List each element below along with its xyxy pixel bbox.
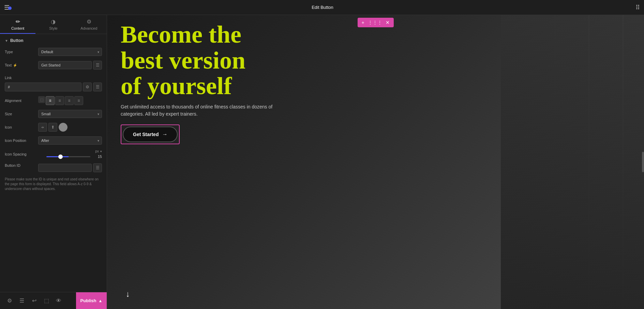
tab-content[interactable]: ✏ Content <box>0 15 35 34</box>
hero-cta-wrapper: Get Started → <box>121 124 180 144</box>
icon-spacing-wrap: px ▾ 15 <box>38 149 102 159</box>
px-label: px <box>95 149 99 153</box>
icon-circle-button[interactable] <box>59 123 68 132</box>
alignment-wrap: ⬚ ≡ ≡ ≡ ≡ <box>38 96 102 105</box>
alignment-group: ⬚ ≡ ≡ ≡ ≡ <box>38 96 83 105</box>
settings-bottom-icon[interactable]: ⚙ <box>3 292 16 309</box>
type-row: Type Default Info Success Warning Danger <box>5 48 102 56</box>
advanced-tab-icon: ⚙ <box>87 18 91 25</box>
text-input[interactable] <box>38 61 92 69</box>
alignment-row: Alignment ⬚ ≡ ≡ ≡ ≡ <box>5 96 102 105</box>
tab-content-label: Content <box>11 26 25 30</box>
sidebar: ✏ Content ◑ Style ⚙ Advanced ▼ Button Ty… <box>0 15 107 309</box>
unit-dropdown[interactable]: ▾ <box>100 150 102 153</box>
align-left-button[interactable]: ≡ <box>46 96 55 105</box>
button-id-wrap: ☰ <box>38 163 102 172</box>
align-justify-button[interactable]: ≡ <box>74 96 83 105</box>
text-input-wrap: ☰ <box>38 61 102 70</box>
text-row: Text ⚡ ☰ <box>5 61 102 70</box>
toolbar-move-button[interactable]: ⋮⋮⋮ <box>366 19 384 26</box>
text-label-wrap: Text ⚡ <box>5 63 35 67</box>
type-label: Type <box>5 50 35 54</box>
ai-assist-icon[interactable]: ⚡ <box>13 63 17 67</box>
main-layout: ✏ Content ◑ Style ⚙ Advanced ▼ Button Ty… <box>0 15 644 309</box>
hero-heading-line2: best version <box>121 47 245 74</box>
icon-position-label: Icon Position <box>5 138 35 143</box>
hero-heading: Become the best version of yourself <box>121 22 284 99</box>
button-id-options-icon[interactable]: ☰ <box>93 163 102 172</box>
publish-label: Publish <box>80 298 96 303</box>
hero-subtext: Get unlimited access to thousands of onl… <box>121 103 284 118</box>
hero-heading-line1: Become the <box>121 21 241 48</box>
tab-style-label: Style <box>49 26 57 30</box>
icon-spacing-slider[interactable] <box>46 156 90 157</box>
scroll-arrow-icon: ↓ <box>126 289 130 298</box>
top-bar: ☰ Edit Button ⠿ <box>0 0 644 15</box>
top-bar-title: Edit Button <box>312 5 333 10</box>
link-options-icon[interactable]: ☰ <box>93 83 102 91</box>
button-id-input[interactable] <box>38 164 92 172</box>
preview-bottom-icon[interactable]: 👁 <box>53 292 65 309</box>
type-select-wrap: Default Info Success Warning Danger <box>38 48 102 56</box>
size-select[interactable]: Small Medium Large <box>38 110 102 118</box>
icon-wrap: ○ ⬆ <box>38 123 102 132</box>
type-select[interactable]: Default Info Success Warning Danger <box>38 48 102 56</box>
icon-options-group: ○ ⬆ <box>38 123 68 132</box>
publish-button[interactable]: Publish ▲ <box>76 292 107 309</box>
section-arrow-icon: ▼ <box>5 39 8 43</box>
bottom-icons: ⚙ ☰ ↩ ⬚ 👁 <box>0 292 76 309</box>
section-header: ▼ Button <box>5 38 102 43</box>
link-settings-icon[interactable]: ⚙ <box>83 83 92 91</box>
floating-toolbar: + ⋮⋮⋮ ✕ <box>357 18 393 27</box>
resize-handle[interactable] <box>642 152 644 172</box>
slider-row: 15 <box>46 154 102 159</box>
panel-content: ▼ Button Type Default Info Success Warni… <box>0 34 107 292</box>
icon-label: Icon <box>5 125 35 129</box>
toolbar-add-button[interactable]: + <box>360 19 365 26</box>
tab-style[interactable]: ◑ Style <box>35 15 71 34</box>
hero-cta-label: Get Started <box>133 132 159 137</box>
content-tab-icon: ✏ <box>16 18 20 25</box>
align-left-icon: ⬚ <box>38 96 45 103</box>
text-field-label: Text <box>5 63 12 67</box>
tab-advanced-label: Advanced <box>80 26 97 30</box>
link-section: Link ⚙ ☰ <box>5 74 102 91</box>
link-input[interactable] <box>5 83 81 91</box>
responsive-bottom-icon[interactable]: ⬚ <box>40 292 53 309</box>
layers-bottom-icon[interactable]: ☰ <box>16 292 28 309</box>
publish-chevron-icon: ▲ <box>99 298 103 303</box>
button-id-row: Button ID ☰ <box>5 163 102 172</box>
section-title: Button <box>10 38 24 43</box>
canvas-area: Become the best version of yourself Get … <box>107 15 644 309</box>
icon-upload-button[interactable]: ⬆ <box>48 123 57 132</box>
icon-position-select[interactable]: Before After <box>38 136 102 145</box>
history-bottom-icon[interactable]: ↩ <box>28 292 40 309</box>
icon-none-button[interactable]: ○ <box>38 123 47 132</box>
grid-icon[interactable]: ⠿ <box>635 4 640 11</box>
icon-spacing-row: Icon Spacing px ▾ 15 <box>5 149 102 159</box>
size-row: Size Small Medium Large <box>5 110 102 118</box>
style-tab-icon: ◑ <box>51 18 56 25</box>
tab-advanced[interactable]: ⚙ Advanced <box>71 15 107 34</box>
sidebar-bottom: ⚙ ☰ ↩ ⬚ 👁 Publish ▲ <box>0 292 107 309</box>
bg-right-panel <box>501 15 644 309</box>
scroll-down-arrow: ↓ <box>126 289 130 299</box>
tab-bar: ✏ Content ◑ Style ⚙ Advanced <box>0 15 107 34</box>
toolbar-close-button[interactable]: ✕ <box>384 19 391 26</box>
align-right-button[interactable]: ≡ <box>65 96 74 105</box>
icon-position-row: Icon Position Before After <box>5 136 102 145</box>
link-label: Link <box>5 76 12 80</box>
icon-spacing-label: Icon Spacing <box>5 152 35 156</box>
top-bar-left: ☰ <box>4 4 10 11</box>
hero-heading-line3: of yourself <box>121 72 232 100</box>
hero-text-area: Become the best version of yourself Get … <box>121 22 284 144</box>
hero-cta-button[interactable]: Get Started → <box>123 127 178 142</box>
help-text: Please make sure the ID is unique and no… <box>5 177 102 191</box>
hero-cta-arrow-icon: → <box>162 131 167 137</box>
alignment-label: Alignment <box>5 99 35 103</box>
align-center-button[interactable]: ≡ <box>55 96 64 105</box>
icon-position-select-wrap: Before After <box>38 136 102 145</box>
size-select-wrap: Small Medium Large <box>38 110 102 118</box>
notification-dot <box>8 6 12 10</box>
text-options-icon[interactable]: ☰ <box>93 61 102 70</box>
